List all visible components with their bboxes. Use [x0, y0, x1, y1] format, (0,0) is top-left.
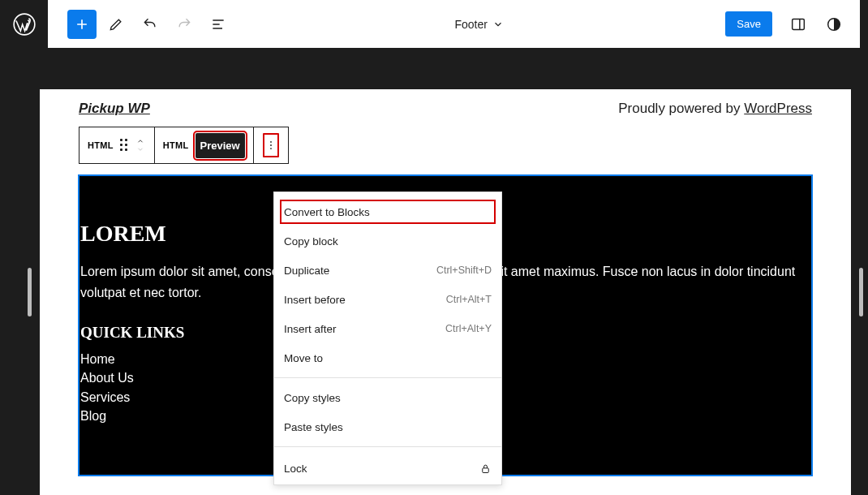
svg-point-3 [270, 141, 272, 143]
powered-by: Proudly powered by WordPress [618, 101, 812, 117]
scroll-indicator [28, 268, 32, 316]
drag-handle-icon[interactable] [120, 139, 128, 152]
app-root: Footer Save Pickup WP Proudly powered by… [0, 0, 868, 495]
redo-icon [170, 10, 199, 39]
document-switcher[interactable]: Footer [233, 18, 725, 31]
svg-rect-1 [793, 19, 805, 29]
edit-tool-icon[interactable] [101, 10, 131, 39]
block-toolbar: HTML HTML Preview [79, 127, 289, 164]
menu-insert-before[interactable]: Insert before Ctrl+Alt+T [274, 285, 501, 314]
sidebar-toggle-icon[interactable] [784, 10, 813, 39]
menu-lock[interactable]: Lock [274, 452, 501, 484]
save-button[interactable]: Save [725, 11, 772, 37]
wordpress-logo[interactable] [0, 0, 48, 48]
menu-duplicate[interactable]: Duplicate Ctrl+Shift+D [274, 256, 501, 285]
menu-move-to[interactable]: Move to [274, 343, 501, 372]
menu-convert-to-blocks[interactable]: Convert to Blocks [277, 197, 498, 226]
move-arrows[interactable] [135, 137, 146, 153]
svg-point-4 [270, 144, 272, 146]
svg-point-5 [270, 148, 272, 149]
topbar-right-icons [784, 10, 849, 39]
scroll-indicator[interactable] [859, 268, 863, 316]
editor-topbar: Footer Save [48, 0, 860, 48]
menu-separator [274, 446, 501, 447]
add-block-button[interactable] [67, 10, 97, 39]
menu-paste-styles[interactable]: Paste styles [274, 412, 501, 441]
more-options-icon[interactable] [262, 132, 280, 158]
document-label: Footer [454, 18, 487, 31]
menu-insert-after[interactable]: Insert after Ctrl+Alt+Y [274, 314, 501, 343]
template-header: Pickup WP Proudly powered by WordPress [40, 89, 851, 127]
styles-contrast-icon[interactable] [819, 10, 849, 39]
menu-separator [274, 377, 501, 378]
block-type-segment[interactable]: HTML [79, 127, 155, 163]
block-context-menu: Convert to Blocks Copy block Duplicate C… [273, 192, 502, 485]
more-options-segment[interactable] [254, 127, 288, 163]
tab-html[interactable]: HTML [163, 140, 189, 150]
site-title[interactable]: Pickup WP [79, 101, 150, 117]
menu-copy-styles[interactable]: Copy styles [274, 383, 501, 412]
block-type-label: HTML [88, 140, 114, 150]
menu-copy-block[interactable]: Copy block [274, 226, 501, 256]
chevron-down-icon [492, 19, 504, 30]
tab-preview[interactable]: Preview [196, 133, 245, 158]
undo-icon[interactable] [135, 10, 165, 39]
lock-icon [479, 463, 492, 475]
wordpress-link[interactable]: WordPress [744, 101, 812, 116]
svg-rect-6 [483, 467, 489, 472]
html-preview-segment: HTML Preview [155, 127, 254, 163]
document-outline-icon[interactable] [204, 10, 233, 39]
